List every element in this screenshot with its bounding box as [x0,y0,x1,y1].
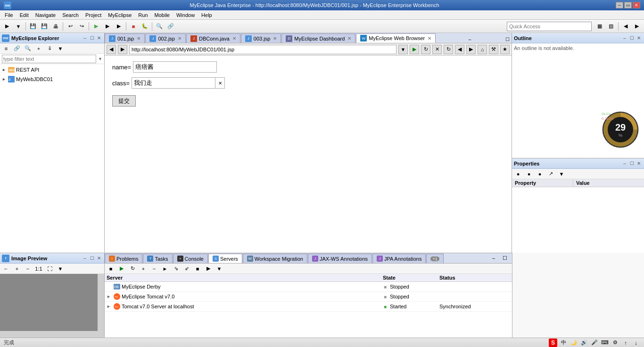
menu-mobile[interactable]: Mobile [152,11,173,19]
toolbar-perspective1[interactable]: ▦ [594,21,605,32]
browser-refresh-me[interactable]: ↻ [444,45,453,54]
toolbar-save[interactable]: 💾 [28,21,38,32]
filter-dropdown-arrow[interactable]: ▼ [98,57,102,61]
toolbar-run1[interactable]: ▶ [91,21,101,32]
srv-btn-more1[interactable]: ► [160,264,170,274]
restore-button[interactable]: ▭ [624,2,632,8]
menu-help[interactable]: Help [198,11,215,19]
toolbar-connect[interactable]: 🔗 [165,21,176,32]
srv-btn-stop[interactable]: ■ [106,264,116,274]
editor-tabs-minimize[interactable]: – [467,36,473,43]
tab-close-001[interactable]: ✕ [137,36,140,41]
class-clear-btn[interactable]: ✕ [215,77,225,89]
explorer-new[interactable]: + [33,43,44,54]
srv-btn-more5[interactable]: ▶ [203,264,214,274]
srv-btn-more3[interactable]: ⇙ [182,264,192,274]
submit-button[interactable]: 提交 [112,95,136,107]
toolbar-print[interactable]: 🖶 [50,21,61,32]
imgpreview-vscroll[interactable] [98,274,104,338]
tab-close-002[interactable]: ✕ [178,36,182,41]
properties-close[interactable]: ✕ [636,160,642,167]
srv-btn-more2[interactable]: ⇘ [171,264,181,274]
tab-close-browser[interactable]: ✕ [428,36,431,41]
browser-home[interactable]: ⌂ [478,45,487,54]
menu-file[interactable]: File [2,11,16,19]
browser-back2[interactable]: ◀ [455,45,464,54]
explorer-minimize[interactable]: – [82,35,88,41]
menu-search[interactable]: Search [59,11,82,19]
btab-tasks[interactable]: T Tasks [143,254,172,263]
explorer-maximize[interactable]: ☐ [89,35,95,41]
btabs-maximize[interactable]: ☐ [500,253,510,263]
tab-dashboard[interactable]: D MyEclipse Dashboard ✕ [281,33,355,43]
srv-btn-restart[interactable]: ↻ [127,264,138,274]
srv-btn-more4[interactable]: ■ [192,264,203,274]
url-dropdown[interactable]: ▼ [398,45,408,54]
tab-close-dashboard[interactable]: ✕ [347,36,351,41]
explorer-settings[interactable]: ⇓ [44,43,55,54]
explorer-close[interactable]: ✕ [96,35,102,41]
menu-project[interactable]: Project [83,11,104,19]
close-button[interactable]: ✕ [633,2,640,8]
editor-tabs-maximize[interactable]: ☐ [504,36,512,43]
btab-console[interactable]: > Console [173,254,208,263]
imgpreview-close[interactable]: ✕ [96,255,102,262]
toolbar-nav-fwd[interactable]: ▶ [632,21,642,32]
tree-item-rest-api[interactable]: ► REST REST API [0,65,104,74]
browser-forward[interactable]: ▶ [118,45,127,54]
filter-input[interactable] [2,55,96,63]
toolbar-undo[interactable]: ↩ [65,21,75,32]
toolbar-saveall[interactable]: 💾 [39,21,50,32]
props-btn1[interactable]: ● [513,169,523,179]
srv-dropdown[interactable]: ▼ [214,264,224,274]
browser-reload[interactable]: ↻ [421,45,430,54]
browser-stop[interactable]: ✕ [432,45,442,54]
tab-dbconn[interactable]: J DBConn.java ✕ [186,33,240,43]
tab-close-003[interactable]: ✕ [273,36,277,41]
outline-minimize[interactable]: – [621,35,628,41]
outline-close[interactable]: ✕ [636,35,642,41]
imgpreview-minimize[interactable]: – [82,255,88,262]
menu-myeclipse[interactable]: MyEclipse [105,11,134,19]
menu-run[interactable]: Run [135,11,150,19]
btab-jpa[interactable]: J JPA Annotations [372,254,426,263]
imgpreview-maximize[interactable]: ☐ [89,255,95,262]
toolbar-run3[interactable]: ▶ [114,21,124,32]
imgpreview-zoom-in[interactable]: + [12,264,22,274]
explorer-menu[interactable]: ▼ [55,43,66,54]
btab-problems[interactable]: ! Problems [105,254,142,263]
browser-forward2[interactable]: ▶ [466,45,476,54]
imgpreview-zoom-out[interactable]: − [23,264,33,274]
explorer-filter[interactable]: 🔍 [23,43,33,54]
properties-maximize[interactable]: ☐ [628,160,635,167]
btab-jaxws[interactable]: J JAX-WS Annotations [308,254,372,263]
tab-001jsp[interactable]: J 001.jsp ✕ [105,33,145,43]
props-btn3[interactable]: ● [535,169,545,179]
imgpreview-fit[interactable]: ← [1,264,11,274]
tab-003jsp[interactable]: J 003.jsp ✕ [241,33,281,43]
toolbar-run2[interactable]: ▶ [102,21,113,32]
tomcat-me-expand[interactable]: ► [107,294,112,299]
minimize-button[interactable]: – [616,2,623,8]
toolbar-stop[interactable]: ■ [128,21,139,32]
menu-navigate[interactable]: Navigate [33,11,58,19]
imgpreview-fit-page[interactable]: ⛶ [44,264,55,274]
explorer-collapse[interactable]: ≡ [1,43,11,54]
toolbar-search[interactable]: 🔍 [154,21,165,32]
menu-window[interactable]: Window [173,11,198,19]
toolbar-back[interactable]: ▶ [2,21,12,32]
imgpreview-more[interactable]: ▼ [55,264,66,274]
tomcat-local-expand[interactable]: ► [107,304,112,309]
toolbar-perspective2[interactable]: ▧ [606,21,616,32]
srv-btn-add[interactable]: + [138,264,149,274]
server-row-tomcat-me[interactable]: ► TC MyEclipse Tomcat v7.0 ■ Stopped [105,292,512,302]
server-row-tomcat-local[interactable]: ► TC Tomcat v7.0 Server at localhost ■ S… [105,302,512,312]
browser-devtools[interactable]: ⚒ [489,45,498,54]
props-btn4[interactable]: ↗ [545,169,556,179]
btab-workspace[interactable]: W Workspace Migration [243,254,307,263]
srv-btn-remove[interactable]: − [149,264,159,274]
imgpreview-actual[interactable]: 1:1 [33,264,44,274]
url-input[interactable]: http://localhost:8080/MyWebJDBC01/001.js… [129,45,396,54]
tab-webbrowser[interactable]: W MyEclipse Web Browser ✕ [356,33,436,43]
toolbar-dropdown[interactable]: ▼ [13,21,24,32]
